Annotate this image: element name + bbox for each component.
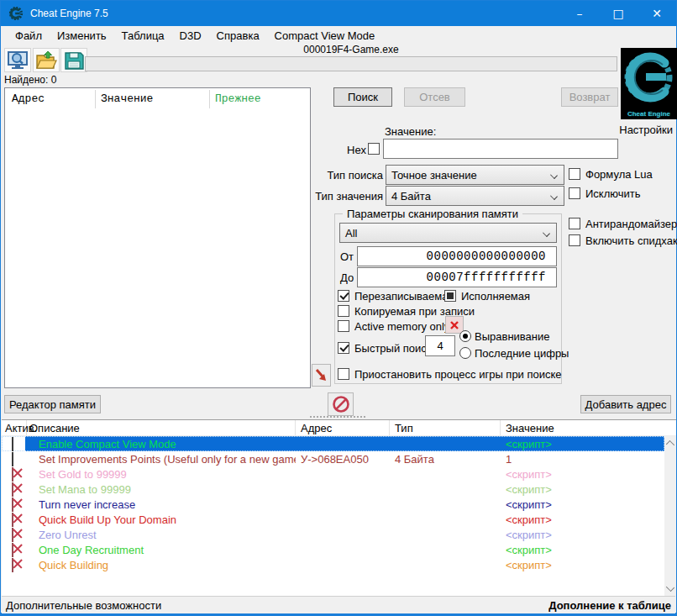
open-table-button[interactable] [33, 48, 60, 72]
found-count-label: Найдено: 0 [4, 74, 56, 86]
fast-scan-checkbox[interactable] [338, 342, 349, 354]
table-row[interactable]: Enable Compact View Mode<скрипт> [2, 436, 664, 451]
from-label: От [340, 250, 354, 263]
unrandomizer-label: Антирандомайзер [585, 218, 677, 230]
row-description: Quick Building [27, 559, 296, 571]
col-active[interactable]: Актив. [2, 420, 27, 435]
minimize-button[interactable]: – [560, 1, 599, 26]
menu-compact-view-mode[interactable]: Compact View Mode [267, 28, 383, 44]
found-results-list[interactable]: Адрес Значение Прежнее [4, 87, 311, 388]
writable-checkbox[interactable] [338, 290, 349, 302]
scroll-up-icon[interactable] [666, 440, 674, 449]
cheat-engine-logo[interactable]: Cheat Engine [621, 48, 677, 119]
row-active-checkbox[interactable] [12, 452, 13, 466]
row-value: <скрипт> [501, 498, 664, 511]
row-description: Enable Compact View Mode [27, 438, 296, 450]
cheat-table: Актив. Описание Адрес Тип Значение Enabl… [2, 419, 676, 596]
menu-table[interactable]: Таблица [114, 28, 172, 44]
save-table-button[interactable] [60, 48, 87, 72]
scan-progress-bar [85, 56, 617, 71]
table-extras-link[interactable]: Дополнение к таблице [548, 599, 671, 612]
add-selected-addresses-button[interactable] [312, 364, 331, 387]
chevron-down-icon [543, 229, 550, 237]
scan-stop-input[interactable] [357, 267, 557, 287]
maximize-button[interactable]: □ [599, 1, 638, 26]
last-digits-radio[interactable] [459, 347, 471, 359]
table-row[interactable]: Set Mana to 99999<скрипт> [2, 482, 664, 497]
not-checkbox[interactable] [569, 187, 580, 199]
menu-file[interactable]: Файл [8, 28, 50, 44]
row-active-checkbox[interactable] [12, 513, 13, 527]
memory-region-value: All [345, 227, 357, 240]
scan-type-dropdown[interactable]: Точное значение [386, 165, 564, 185]
row-description: One Day Recruitment [27, 544, 296, 556]
first-scan-button[interactable]: Поиск [333, 87, 392, 107]
active-memory-checkbox[interactable] [338, 320, 349, 332]
table-row[interactable]: Set Gold to 99999<скрипт> [2, 466, 664, 482]
row-active-checkbox[interactable] [12, 467, 13, 482]
undo-scan-button: Возврат [561, 87, 618, 107]
window-title: Cheat Engine 7.5 [30, 8, 108, 19]
row-active-checkbox[interactable] [12, 498, 13, 512]
pause-while-scanning-label: Приостановить процесс игры при поиске [354, 368, 562, 381]
table-row[interactable]: Quick Building<скрипт> [2, 557, 664, 572]
col-address[interactable]: Адрес [296, 420, 390, 435]
table-row[interactable]: Zero Unrest<скрипт> [2, 527, 664, 542]
lua-formula-checkbox[interactable] [569, 168, 580, 180]
found-col-previous[interactable]: Прежнее [215, 92, 261, 105]
table-row[interactable]: One Day Recruitment<скрипт> [2, 542, 664, 557]
advanced-options-link[interactable]: Дополнительные возможности [6, 599, 161, 612]
alignment-label: Выравнивание [475, 330, 549, 343]
cheat-table-header: Актив. Описание Адрес Тип Значение [2, 420, 676, 436]
panel-splitter[interactable] [310, 416, 365, 418]
found-col-address[interactable]: Адрес [12, 92, 45, 105]
chevron-down-icon [550, 171, 558, 179]
speedhack-label: Включить спидхак [585, 234, 677, 247]
memory-region-dropdown[interactable]: All [339, 223, 557, 243]
title-bar: Cheat Engine 7.5 – □ ✕ [1, 1, 676, 26]
close-button[interactable]: ✕ [638, 1, 676, 26]
table-row[interactable]: Turn never increase<скрипт> [2, 497, 664, 512]
row-value: <скрипт> [501, 468, 664, 481]
value-label: Значение: [385, 125, 436, 138]
row-active-checkbox[interactable] [12, 558, 13, 572]
settings-link[interactable]: Настройки [619, 124, 673, 136]
cancel-scan-button[interactable] [328, 392, 354, 416]
fast-scan-alignment-input[interactable] [425, 335, 455, 356]
found-col-value[interactable]: Значение [101, 92, 153, 105]
add-address-button[interactable]: Добавить адрес [580, 395, 671, 413]
cheat-table-scrollbar[interactable] [664, 436, 676, 596]
no-entry-icon [332, 395, 350, 413]
unrandomizer-checkbox[interactable] [569, 218, 580, 229]
col-description[interactable]: Описание [27, 420, 296, 435]
row-value: 1 [501, 453, 664, 466]
menu-edit[interactable]: Изменить [50, 28, 114, 44]
row-active-checkbox[interactable] [12, 482, 13, 497]
scan-start-input[interactable] [357, 246, 557, 266]
row-active-checkbox[interactable] [12, 437, 13, 451]
row-active-checkbox[interactable] [12, 528, 13, 542]
executable-checkbox[interactable] [444, 290, 456, 302]
hex-checkbox[interactable] [368, 143, 380, 155]
col-type[interactable]: Тип [390, 420, 501, 435]
red-arrow-down-right-icon [314, 367, 328, 383]
table-row[interactable]: Quick Build Up Your Domain<скрипт> [2, 512, 664, 527]
scroll-down-icon[interactable] [666, 583, 674, 592]
alignment-radio[interactable] [459, 330, 471, 342]
value-type-dropdown[interactable]: 4 Байта [386, 186, 564, 206]
memory-view-button[interactable]: Редактор памяти [4, 395, 101, 413]
table-row[interactable]: Set Improvements Points (Useful only for… [2, 451, 664, 466]
copy-on-write-checkbox[interactable] [338, 305, 349, 317]
menu-bar: Файл Изменить Таблица D3D Справка Compac… [1, 26, 676, 45]
pause-while-scanning-checkbox[interactable] [338, 368, 349, 380]
select-process-button[interactable] [4, 48, 31, 72]
logo-caption: Cheat Engine [621, 110, 677, 118]
col-value[interactable]: Значение [501, 420, 676, 435]
speedhack-checkbox[interactable] [569, 234, 580, 246]
attached-process-label: 000019F4-Game.exe [85, 44, 617, 55]
menu-help[interactable]: Справка [209, 28, 267, 44]
menu-d3d[interactable]: D3D [172, 28, 209, 44]
scan-type-value: Точное значение [391, 169, 477, 182]
scan-value-input[interactable] [383, 139, 618, 159]
row-active-checkbox[interactable] [12, 543, 13, 557]
